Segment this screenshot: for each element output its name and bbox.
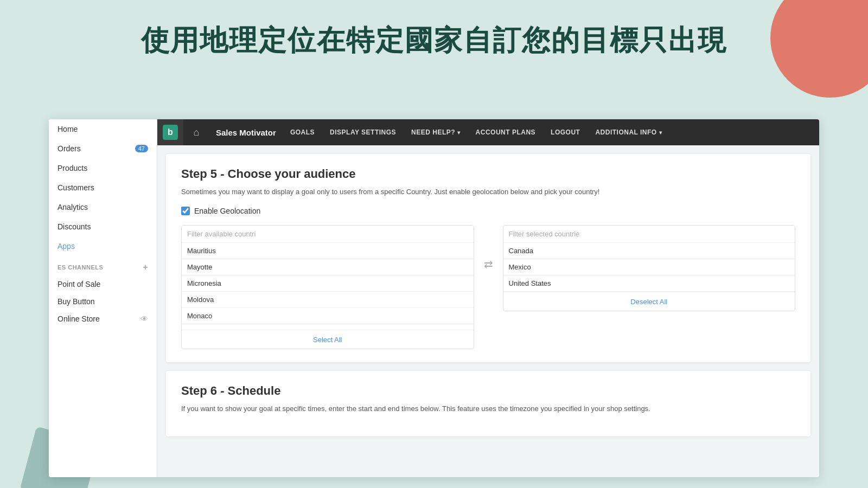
list-item[interactable]: Monaco bbox=[182, 308, 474, 324]
step6-card: Step 6 - Schedule If you want to show yo… bbox=[166, 371, 810, 436]
sidebar-item-products[interactable]: Products bbox=[49, 158, 157, 178]
select-all-link[interactable]: Select All bbox=[313, 336, 342, 344]
nav-need-help[interactable]: NEED HELP? ▾ bbox=[404, 119, 468, 145]
add-channel-icon[interactable]: + bbox=[143, 262, 148, 272]
sidebar-item-discounts[interactable]: Discounts bbox=[49, 217, 157, 236]
deselect-all-link[interactable]: Deselect All bbox=[630, 298, 667, 306]
sidebar-item-label: Analytics bbox=[58, 203, 88, 211]
available-footer: Select All bbox=[182, 330, 474, 349]
step5-card: Step 5 - Choose your audience Sometimes … bbox=[166, 154, 810, 362]
nav-goals[interactable]: GOALS bbox=[283, 119, 322, 145]
sidebar-item-online-store[interactable]: Online Store 👁 bbox=[49, 310, 157, 328]
nav-account-plans[interactable]: ACCOUNT PLANS bbox=[468, 119, 544, 145]
enable-geolocation-label[interactable]: Enable Geolocation bbox=[194, 207, 260, 215]
top-nav: b ⌂ Sales Motivator GOALS DISPLAY SETTIN… bbox=[157, 119, 819, 145]
sidebar-item-label: Customers bbox=[58, 183, 94, 192]
list-item[interactable]: Mongolia bbox=[182, 324, 474, 330]
available-countries-container: Mauritius Mayotte Micronesia Moldova Mon… bbox=[181, 225, 474, 349]
nav-display-settings[interactable]: DISPLAY SETTINGS bbox=[322, 119, 404, 145]
country-picker: Mauritius Mayotte Micronesia Moldova Mon… bbox=[181, 225, 795, 349]
content-scroll: Step 5 - Choose your audience Sometimes … bbox=[157, 145, 819, 477]
chevron-down-icon: ▾ bbox=[659, 130, 662, 136]
selected-countries-container: Canada Mexico United States Deselect All bbox=[503, 225, 796, 311]
list-item[interactable]: Mayotte bbox=[182, 259, 474, 275]
hero-title: 使用地理定位在特定國家自訂您的目標只出現 bbox=[0, 22, 868, 60]
channel-label: Online Store bbox=[58, 314, 100, 323]
selected-footer: Deselect All bbox=[503, 292, 795, 311]
enable-geolocation-row: Enable Geolocation bbox=[181, 207, 795, 215]
sidebar-item-label: Products bbox=[58, 164, 87, 172]
sidebar-item-home[interactable]: Home bbox=[49, 119, 157, 139]
channels-section-header: ES CHANNELS + bbox=[49, 256, 157, 275]
sidebar-item-label: Apps bbox=[58, 242, 75, 251]
list-item[interactable]: Mauritius bbox=[182, 243, 474, 259]
transfer-button[interactable]: ⇄ bbox=[480, 258, 497, 271]
sidebar-item-analytics[interactable]: Analytics bbox=[49, 197, 157, 217]
sidebar-item-buy-button[interactable]: Buy Button bbox=[49, 293, 157, 310]
step5-title: Step 5 - Choose your audience bbox=[181, 167, 795, 181]
logo-icon: b bbox=[163, 125, 178, 140]
channels-section-label: ES CHANNELS bbox=[58, 264, 103, 271]
sidebar: Home Orders 47 Products Customers Analyt… bbox=[49, 119, 157, 477]
step5-description: Sometimes you may want to display a goal… bbox=[181, 187, 795, 198]
nav-additional-info[interactable]: ADDITIONAL INFO ▾ bbox=[588, 119, 669, 145]
available-country-list: Mauritius Mayotte Micronesia Moldova Mon… bbox=[182, 243, 474, 330]
filter-selected-input[interactable] bbox=[503, 226, 795, 243]
list-item[interactable]: Micronesia bbox=[182, 275, 474, 292]
main-content: b ⌂ Sales Motivator GOALS DISPLAY SETTIN… bbox=[157, 119, 819, 477]
filter-available-input[interactable] bbox=[182, 226, 474, 243]
selected-country-list: Canada Mexico United States bbox=[503, 243, 795, 292]
home-nav-button[interactable]: ⌂ bbox=[183, 119, 209, 145]
orders-badge: 47 bbox=[135, 145, 148, 152]
channel-label: Point of Sale bbox=[58, 280, 100, 288]
app-name: Sales Motivator bbox=[209, 128, 283, 137]
sidebar-item-label: Orders bbox=[58, 144, 81, 153]
sidebar-item-point-of-sale[interactable]: Point of Sale bbox=[49, 275, 157, 293]
sidebar-item-label: Home bbox=[58, 125, 78, 133]
app-logo: b bbox=[157, 119, 183, 145]
list-item[interactable]: United States bbox=[503, 275, 795, 292]
sidebar-item-apps[interactable]: Apps bbox=[49, 236, 157, 256]
eye-icon: 👁 bbox=[141, 314, 148, 323]
sidebar-item-orders[interactable]: Orders 47 bbox=[49, 139, 157, 158]
nav-logout[interactable]: LOGOUT bbox=[543, 119, 588, 145]
list-item[interactable]: Canada bbox=[503, 243, 795, 259]
list-item[interactable]: Moldova bbox=[182, 292, 474, 308]
ui-container: Home Orders 47 Products Customers Analyt… bbox=[49, 119, 819, 477]
channel-label: Buy Button bbox=[58, 297, 95, 306]
enable-geolocation-checkbox[interactable] bbox=[181, 207, 190, 215]
sidebar-item-customers[interactable]: Customers bbox=[49, 178, 157, 197]
chevron-down-icon: ▾ bbox=[457, 130, 461, 136]
list-item[interactable]: Mexico bbox=[503, 259, 795, 275]
step6-title: Step 6 - Schedule bbox=[181, 384, 795, 398]
step6-description: If you want to show your goal at specifi… bbox=[181, 403, 795, 415]
sidebar-item-label: Discounts bbox=[58, 222, 91, 231]
